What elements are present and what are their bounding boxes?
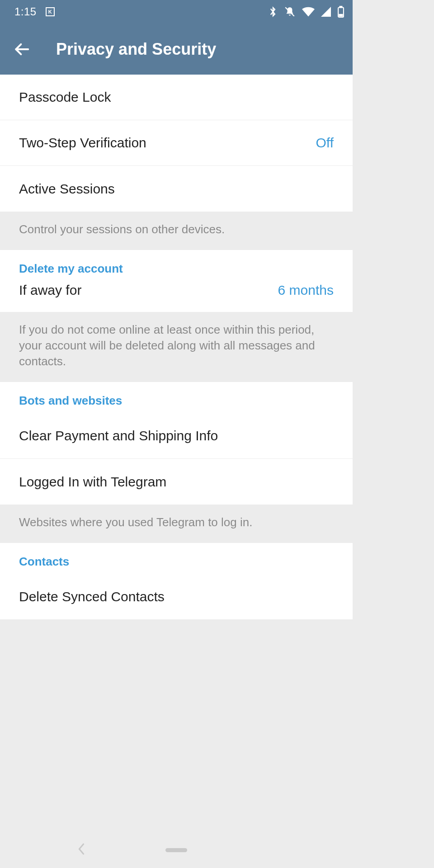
bots-websites-section: Bots and websites Clear Payment and Ship… [0, 382, 353, 505]
sessions-info: Control your sessions on other devices. [0, 212, 353, 250]
clear-payment-label: Clear Payment and Shipping Info [19, 428, 218, 443]
two-step-verification-row[interactable]: Two-Step Verification Off [0, 120, 353, 166]
two-step-value: Off [316, 135, 334, 151]
status-time: 1:15 [14, 5, 37, 18]
wifi-icon [302, 7, 315, 17]
delete-account-section: Delete my account If away for 6 months [0, 250, 353, 312]
svg-rect-3 [339, 14, 342, 16]
passcode-lock-label: Passcode Lock [19, 90, 111, 105]
status-right [269, 6, 344, 18]
active-sessions-row[interactable]: Active Sessions [0, 166, 353, 212]
contacts-section: Contacts Delete Synced Contacts [0, 543, 353, 620]
back-button[interactable] [11, 38, 33, 60]
clear-payment-row[interactable]: Clear Payment and Shipping Info [0, 413, 353, 459]
page-title: Privacy and Security [56, 40, 216, 59]
arrow-left-icon [13, 41, 30, 58]
bots-websites-header: Bots and websites [0, 382, 353, 410]
battery-icon [337, 6, 344, 18]
delete-account-info: If you do not come online at least once … [0, 312, 353, 382]
svg-rect-2 [340, 6, 342, 8]
delete-synced-label: Delete Synced Contacts [19, 589, 165, 604]
passcode-lock-row[interactable]: Passcode Lock [0, 75, 353, 120]
bots-websites-info: Websites where you used Telegram to log … [0, 505, 353, 543]
bluetooth-icon [269, 6, 278, 18]
status-left: 1:15 K [14, 5, 55, 18]
dnd-icon [284, 6, 296, 18]
security-section: Passcode Lock Two-Step Verification Off … [0, 75, 353, 212]
active-sessions-label: Active Sessions [19, 181, 115, 197]
if-away-value: 6 months [278, 283, 334, 298]
k-badge-icon: K [46, 7, 55, 16]
cell-signal-icon [321, 7, 331, 17]
contacts-header: Contacts [0, 543, 353, 571]
delete-account-header: Delete my account [0, 250, 353, 278]
status-bar: 1:15 K [0, 0, 353, 24]
if-away-row[interactable]: If away for 6 months [0, 278, 353, 312]
logged-in-telegram-row[interactable]: Logged In with Telegram [0, 459, 353, 505]
app-bar: Privacy and Security [0, 24, 353, 75]
if-away-label: If away for [19, 283, 81, 298]
two-step-label: Two-Step Verification [19, 135, 146, 151]
logged-in-label: Logged In with Telegram [19, 474, 166, 490]
delete-synced-contacts-row[interactable]: Delete Synced Contacts [0, 574, 353, 620]
